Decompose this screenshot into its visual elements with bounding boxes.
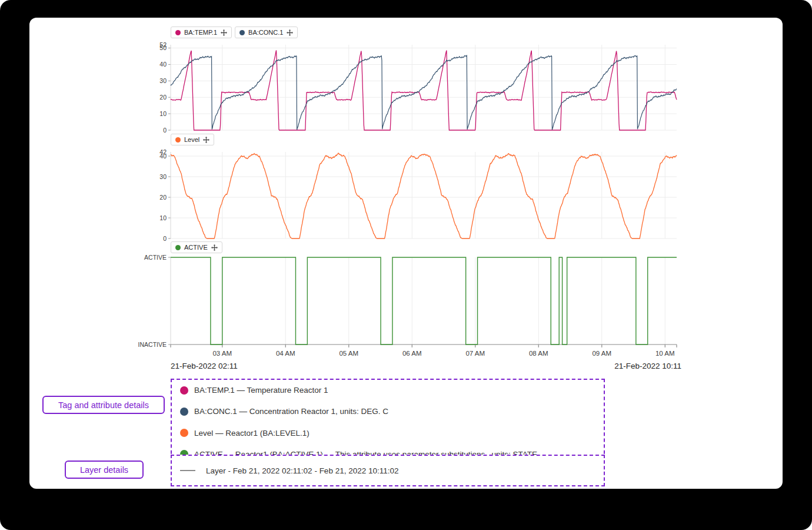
- start-time-label: 21-Feb-2022 02:11: [171, 362, 238, 370]
- level-trend-chart[interactable]: 01020304042: [138, 147, 683, 246]
- svg-text:07 AM: 07 AM: [465, 350, 485, 357]
- layer-detail-text: Layer - Feb 21, 2022 02:11:02 - Feb 21, …: [206, 466, 399, 475]
- legend-chip-ba-conc-1[interactable]: BA:CONC.1: [235, 26, 298, 38]
- tag-detail-row-conc: BA:CONC.1 — Concentration Reactor 1, uni…: [180, 407, 604, 416]
- svg-text:04 AM: 04 AM: [276, 350, 295, 357]
- tag-detail-row-level: Level — Reactor1 (BA:LEVEL.1): [180, 429, 604, 438]
- tag-detail-text: BA:CONC.1 — Concentration Reactor 1, uni…: [194, 407, 388, 416]
- svg-text:09 AM: 09 AM: [592, 350, 611, 357]
- tag-details-box: BA:TEMP.1 — Temperature Reactor 1 BA:CON…: [171, 379, 605, 466]
- end-time-label: 21-Feb-2022 10:11: [614, 362, 681, 370]
- svg-text:0: 0: [163, 127, 167, 134]
- temp-series-dot: [180, 386, 188, 395]
- trend-display-card: BA:TEMP.1 BA:CONC.1 0102030405052 Level …: [29, 18, 783, 489]
- conc-series-dot: [239, 30, 245, 35]
- active-state-trend-chart[interactable]: ACTIVEINACTIVE03 AM04 AM05 AM06 AM07 AM0…: [138, 253, 683, 365]
- level-series-dot: [175, 137, 181, 143]
- time-range-row: 21-Feb-2022 02:11 21-Feb-2022 10:11: [171, 362, 681, 370]
- svg-text:INACTIVE: INACTIVE: [138, 341, 167, 348]
- svg-text:05 AM: 05 AM: [339, 350, 358, 357]
- legend-label-ba-temp-1: BA:TEMP.1: [184, 29, 217, 36]
- svg-text:03 AM: 03 AM: [212, 350, 232, 357]
- tag-detail-text: Level — Reactor1 (BA:LEVEL.1): [194, 429, 310, 438]
- svg-text:10 AM: 10 AM: [655, 350, 675, 357]
- svg-text:10: 10: [159, 214, 167, 221]
- svg-text:10: 10: [159, 110, 167, 117]
- tag-details-callout-button[interactable]: Tag and attribute details: [42, 396, 165, 414]
- legend-label-level: Level: [184, 136, 199, 143]
- legend-label-ba-conc-1: BA:CONC.1: [248, 29, 283, 36]
- move-icon[interactable]: [221, 29, 227, 36]
- legend-chip-active[interactable]: ACTIVE: [171, 241, 222, 253]
- svg-text:06 AM: 06 AM: [402, 350, 422, 357]
- svg-text:42: 42: [159, 148, 167, 155]
- svg-text:30: 30: [159, 173, 167, 180]
- svg-text:30: 30: [159, 77, 167, 84]
- move-icon[interactable]: [287, 29, 293, 36]
- svg-text:52: 52: [159, 41, 167, 48]
- legend-label-active: ACTIVE: [184, 244, 208, 251]
- svg-text:ACTIVE: ACTIVE: [144, 254, 167, 261]
- temp-series-dot: [175, 30, 181, 35]
- legend-row-temp-conc: BA:TEMP.1 BA:CONC.1: [171, 26, 298, 38]
- svg-text:08 AM: 08 AM: [529, 350, 548, 357]
- svg-text:20: 20: [159, 94, 167, 101]
- tag-detail-text: BA:TEMP.1 — Temperature Reactor 1: [194, 386, 328, 395]
- legend-row-level: Level: [171, 134, 214, 145]
- legend-chip-ba-temp-1[interactable]: BA:TEMP.1: [171, 26, 232, 38]
- temp-conc-trend-chart[interactable]: 0102030405052: [138, 40, 683, 137]
- conc-series-dot: [180, 408, 188, 416]
- move-icon[interactable]: [203, 137, 209, 143]
- layer-line-swatch: [180, 470, 195, 471]
- layer-detail-row: Layer - Feb 21, 2022 02:11:02 - Feb 21, …: [180, 466, 399, 475]
- layer-details-callout-button[interactable]: Layer details: [65, 461, 144, 479]
- layer-details-box: Layer - Feb 21, 2022 02:11:02 - Feb 21, …: [171, 455, 605, 486]
- svg-text:20: 20: [159, 194, 167, 201]
- tag-detail-row-temp: BA:TEMP.1 — Temperature Reactor 1: [180, 386, 604, 395]
- level-series-dot: [180, 429, 188, 437]
- active-series-dot: [175, 245, 181, 250]
- legend-chip-level[interactable]: Level: [171, 134, 214, 145]
- svg-text:0: 0: [163, 235, 167, 242]
- svg-text:40: 40: [159, 61, 167, 68]
- legend-row-active: ACTIVE: [171, 241, 222, 253]
- move-icon[interactable]: [211, 244, 218, 251]
